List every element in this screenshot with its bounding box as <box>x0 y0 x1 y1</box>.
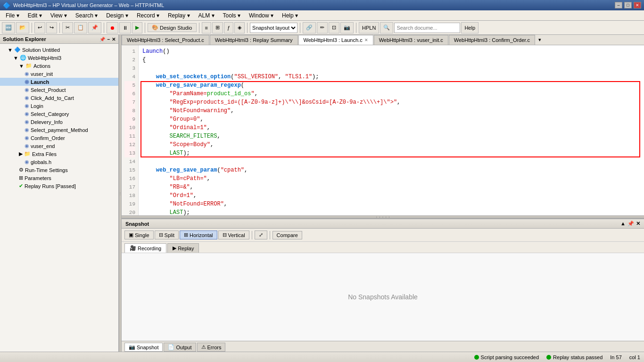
tree-vuser-init[interactable]: ◉ vuser_init <box>0 70 118 78</box>
ln-3: 3 <box>124 64 135 73</box>
menu-replay[interactable]: Replay ▾ <box>164 11 194 20</box>
tab-confirm-order[interactable]: WebHttpHtml3 : Confirm_Order.c <box>449 35 535 45</box>
split-icon: ⊟ <box>159 232 163 238</box>
search-icon[interactable]: 🔍 <box>380 22 393 33</box>
tree-parameters[interactable]: ⊞ Parameters <box>0 174 118 182</box>
single-view-btn[interactable]: ▣ Single <box>124 230 154 239</box>
tree-extra-files[interactable]: ▶ 📁 Extra Files <box>0 150 118 158</box>
tree-select-payment[interactable]: ◉ Select_payment_Method <box>0 126 118 134</box>
minimize-button[interactable]: – <box>615 2 622 8</box>
menu-design[interactable]: Design ▾ <box>102 11 132 20</box>
hpln-button[interactable]: HPLN <box>359 22 379 33</box>
tabs-scroll-right[interactable]: ▾ <box>536 35 544 45</box>
se-close-icon[interactable]: ✕ <box>112 37 116 42</box>
resize-btn[interactable]: ⤢ <box>255 230 267 239</box>
col-number: col 1 <box>629 354 640 360</box>
tree-login[interactable]: ◉ Login <box>0 102 118 110</box>
output-bottom-tab[interactable]: 📄 Output <box>164 343 196 352</box>
snapshot-layout-select[interactable]: Snapshot layout <box>250 23 297 33</box>
vertical-view-btn[interactable]: ⊟ Vertical <box>218 230 249 239</box>
search-input[interactable] <box>394 23 460 33</box>
horizontal-view-btn[interactable]: ⊞ Horizontal <box>180 230 217 239</box>
toolbar-undo[interactable]: ↩ <box>34 22 45 33</box>
snapshot-pin-icon[interactable]: 📌 <box>627 221 634 227</box>
toolbar-sep-1 <box>32 23 32 33</box>
code-line-16: "LB=cPath=", <box>142 174 640 183</box>
menu-alm[interactable]: ALM ▾ <box>195 11 218 20</box>
toolbar-record[interactable]: ⏸ <box>119 22 131 33</box>
tree-replay-runs[interactable]: ✔ Replay Runs [Passed] <box>0 182 118 190</box>
menu-view[interactable]: View ▾ <box>47 11 71 20</box>
collapse-icon[interactable]: – <box>107 37 110 42</box>
tree-project[interactable]: ▼ 🌐 WebHttpHtml3 <box>0 54 118 62</box>
code-line-3 <box>142 64 640 73</box>
toolbar-snapshot[interactable]: 📷 <box>340 22 354 33</box>
toolbar-new[interactable]: 🆕 <box>2 22 15 33</box>
toolbar-pencil[interactable]: ✏ <box>317 22 328 33</box>
toolbar-paste[interactable]: 📌 <box>88 22 101 33</box>
title-bar-controls[interactable]: – □ ✕ <box>615 2 641 8</box>
maximize-button[interactable]: □ <box>624 2 632 8</box>
menu-help[interactable]: Help ▾ <box>278 11 302 20</box>
code-line-12: "Scope=Body", <box>142 140 640 149</box>
toolbar-param[interactable]: ◈ <box>234 22 245 33</box>
ln-12: 12 <box>124 140 135 149</box>
tree-delivery-info[interactable]: ◉ Delevery_Info <box>0 118 118 126</box>
tree-actions[interactable]: ▼ 📁 Actions <box>0 62 118 70</box>
tree-solution[interactable]: ▼ 🔷 Solution Untitled <box>0 46 118 54</box>
split-view-btn[interactable]: ⊟ Split <box>155 230 179 239</box>
snapshot-expand-icon[interactable]: ▲ <box>620 221 626 227</box>
replay-tab[interactable]: ▶ Replay <box>167 243 199 253</box>
code-area: WebHttpHtml3 : Select_Product.c WebHttpH… <box>122 35 644 352</box>
menu-window[interactable]: Window ▾ <box>245 11 277 20</box>
params-icon: ⊞ <box>19 175 23 181</box>
tree-select-product[interactable]: ◉ Select_Product <box>0 86 118 94</box>
tree-vuser-end[interactable]: ◉ vuser_end <box>0 142 118 150</box>
se-header-controls[interactable]: 📌 – ✕ <box>99 37 116 42</box>
toolbar-table[interactable]: ⊡ <box>329 22 339 33</box>
menu-record[interactable]: Record ▾ <box>133 11 163 20</box>
params-label: Parameters <box>25 175 51 181</box>
tree-confirm-order[interactable]: ◉ Confirm_Order <box>0 134 118 142</box>
compare-btn[interactable]: Compare <box>272 231 302 239</box>
tab-select-product[interactable]: WebHttpHtml3 : Select_Product.c <box>122 35 209 45</box>
toolbar-align[interactable]: ≡ <box>202 22 211 33</box>
menu-tools[interactable]: Tools ▾ <box>219 11 244 20</box>
toolbar-record-stop[interactable]: ⏺ <box>107 22 118 33</box>
code-line-10: "Ordinal=1", <box>142 123 640 132</box>
toolbar-redo[interactable]: ↪ <box>46 22 57 33</box>
replay-icon: ▶ <box>173 245 176 251</box>
menu-edit[interactable]: Edit ▾ <box>24 11 46 20</box>
tree-select-category[interactable]: ◉ Select_Category <box>0 110 118 118</box>
tree-runtime-settings[interactable]: ⚙ Run-Time Settings <box>0 166 118 174</box>
snapshot-close-icon[interactable]: ✕ <box>636 221 640 227</box>
tab-close-launch[interactable]: ✕ <box>364 38 368 42</box>
toolbar-func[interactable]: ƒ <box>224 22 233 33</box>
close-button[interactable]: ✕ <box>634 2 641 8</box>
recording-tab[interactable]: 🎥 Recording <box>124 243 166 253</box>
snapshot-bottom-tab[interactable]: 📷 Snapshot <box>124 343 163 352</box>
errors-bottom-tab[interactable]: ⚠ Errors <box>197 343 226 352</box>
expand-icon-3: ▼ <box>19 63 24 69</box>
tree-launch[interactable]: ◉ Launch <box>0 78 118 86</box>
toolbar-grid[interactable]: ⊞ <box>212 22 223 33</box>
tree-globals[interactable]: ◉ globals.h <box>0 158 118 166</box>
toolbar-link[interactable]: 🔗 <box>303 22 316 33</box>
code-editor[interactable]: 1 2 3 4 5 6 7 8 9 10 11 12 13 14 15 16 1 <box>122 45 644 215</box>
help-button[interactable]: Help <box>461 22 479 33</box>
toolbar-open[interactable]: 📂 <box>16 22 29 33</box>
snapshot-header-controls[interactable]: ▲ 📌 ✕ <box>620 221 640 227</box>
toolbar-cut[interactable]: ✂ <box>62 22 73 33</box>
menu-file[interactable]: File ▾ <box>2 11 23 20</box>
replay-status-dot <box>546 355 551 360</box>
tab-vuser-init[interactable]: WebHttpHtml3 : vuser_init.c <box>374 35 448 45</box>
tree-click-add[interactable]: ◉ Click_Add_to_Cart <box>0 94 118 102</box>
tab-launch[interactable]: WebHttpHtml3 : Launch.c ✕ <box>298 35 373 45</box>
runtime-label: Run-Time Settings <box>25 167 68 173</box>
pin-icon[interactable]: 📌 <box>99 37 105 42</box>
menu-search[interactable]: Search ▾ <box>72 11 101 20</box>
tab-replay-summary[interactable]: WebHttpHtml3 : Replay Summary <box>210 35 298 45</box>
toolbar-copy[interactable]: 📋 <box>74 22 87 33</box>
design-studio-button[interactable]: 🎨 Design Studio <box>148 23 197 32</box>
toolbar-run[interactable]: ▶ <box>132 22 142 33</box>
